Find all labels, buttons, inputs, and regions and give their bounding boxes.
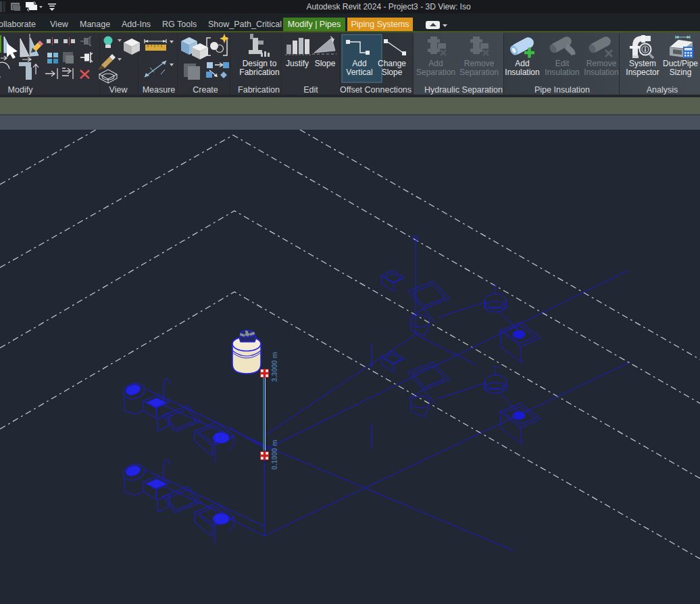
svg-text:3.3000 m: 3.3000 m bbox=[270, 352, 278, 382]
svg-text:0.1000 m: 0.1000 m bbox=[270, 440, 278, 470]
